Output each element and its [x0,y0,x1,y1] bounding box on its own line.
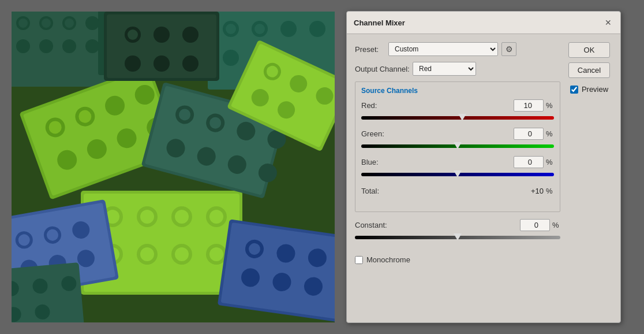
svg-point-10 [85,16,99,30]
total-row: Total: +10 % [361,184,554,198]
svg-point-40 [209,247,223,261]
svg-point-21 [223,50,239,66]
output-channel-row: Output Channel: Red Green Blue [355,62,560,76]
svg-point-92 [182,55,199,72]
dialog-left: Preset: Custom Default Black & White wit… [355,42,560,314]
blue-channel-top: Blue: % [361,156,554,168]
red-value-input[interactable] [514,99,544,112]
close-button[interactable]: ✕ [603,17,613,28]
svg-rect-76 [221,222,335,320]
constant-channel-row: Constant: % [355,219,560,242]
svg-point-7 [42,18,51,28]
svg-point-88 [153,27,170,43]
dialog-titlebar: Channel Mixer ✕ [347,12,620,34]
svg-point-32 [209,210,223,224]
monochrome-label[interactable]: Monochrome [366,255,410,264]
svg-point-19 [280,21,297,37]
svg-point-38 [175,247,189,261]
preset-select[interactable]: Custom Default Black & White with Red Fi… [388,42,498,56]
monochrome-row: Monochrome [355,253,560,266]
svg-point-36 [140,247,154,261]
blue-channel-row: Blue: % [361,156,554,179]
constant-percent: % [552,221,560,229]
output-channel-label: Output Channel: [355,65,413,73]
svg-point-89 [182,27,199,43]
svg-point-12 [39,39,53,53]
constant-channel-top: Constant: % [355,219,560,231]
green-channel-label: Green: [361,129,396,138]
ok-button[interactable]: OK [568,42,610,58]
green-value-input[interactable] [514,128,544,140]
source-channels-group: Source Channels Red: % [355,81,560,212]
image-panel [12,12,335,322]
svg-point-5 [18,18,28,28]
blue-value-input[interactable] [514,156,544,168]
red-channel-label: Red: [361,101,396,110]
dialog-right: OK Cancel Preview [560,42,612,314]
green-channel-top: Green: % [361,128,554,140]
preset-label: Preset: [355,45,385,54]
svg-point-13 [62,39,76,53]
svg-point-11 [16,39,30,53]
total-value: +10 [514,187,544,195]
total-percent: % [546,187,554,195]
green-channel-row: Green: % [361,128,554,150]
red-channel-row: Red: % [361,99,554,122]
svg-point-28 [140,210,154,224]
channel-mixer-dialog: Channel Mixer ✕ Preset: Custom Default B… [346,11,621,323]
svg-point-16 [226,24,236,34]
green-slider-container [361,142,554,150]
svg-point-91 [153,55,170,72]
preview-row: Preview [570,85,608,94]
svg-point-9 [65,18,74,28]
constant-section: Constant: % [355,219,560,247]
svg-point-90 [125,55,141,72]
cancel-button[interactable]: Cancel [568,62,610,78]
constant-slider[interactable] [355,236,560,239]
red-percent: % [546,101,554,110]
output-channel-select[interactable]: Red Green Blue [413,62,476,76]
main-area: Channel Mixer ✕ Preset: Custom Default B… [0,0,644,334]
preview-label[interactable]: Preview [582,85,608,94]
green-percent: % [546,129,554,138]
preview-checkbox[interactable] [570,86,578,94]
source-channels-title: Source Channels [361,87,554,95]
svg-point-87 [128,29,138,40]
monochrome-checkbox[interactable] [355,256,363,264]
constant-value-input[interactable] [520,219,550,231]
green-slider[interactable] [361,144,554,148]
svg-point-14 [85,39,99,53]
red-slider-container [361,114,554,122]
blue-slider-container [361,170,554,179]
red-channel-top: Red: % [361,99,554,112]
blue-slider[interactable] [361,173,554,176]
gear-button[interactable]: ⚙ [501,42,516,56]
red-slider[interactable] [361,116,554,120]
blue-channel-label: Blue: [361,158,396,166]
constant-label: Constant: [355,221,401,229]
dialog-title: Channel Mixer [354,18,405,27]
blue-percent: % [546,158,554,166]
svg-point-18 [254,24,265,34]
svg-point-30 [175,210,189,224]
constant-slider-container [355,233,560,242]
dialog-body: Preset: Custom Default Black & White wit… [347,34,620,322]
svg-point-20 [309,21,325,37]
preset-row: Preset: Custom Default Black & White wit… [355,42,560,56]
lego-image [12,12,335,322]
total-label: Total: [361,187,396,195]
